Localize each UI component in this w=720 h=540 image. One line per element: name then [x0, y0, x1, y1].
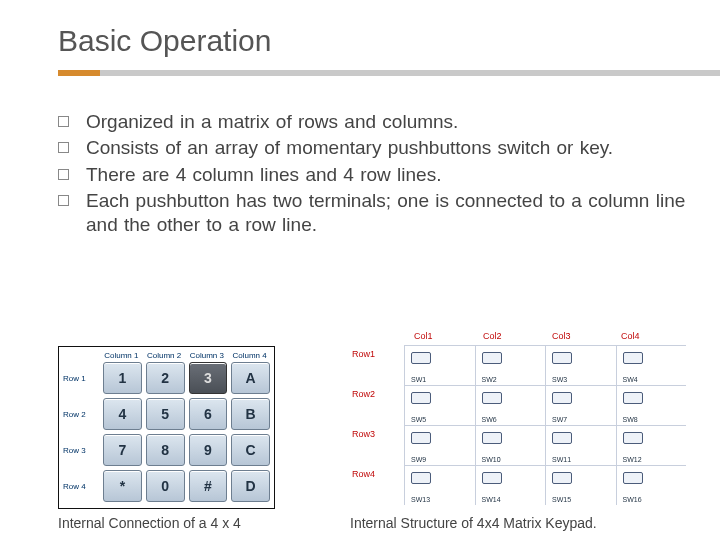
sch-col-header: Col4: [621, 331, 690, 341]
keypad-key: D: [231, 470, 270, 502]
bullet-item: Organized in a matrix of rows and column…: [58, 110, 690, 134]
keypad-key: #: [189, 470, 228, 502]
sch-row-header: Row1: [352, 349, 375, 361]
figure-caption-right: Internal Structure of 4x4 Matrix Keypad.: [350, 515, 690, 532]
switch-label: SW13: [411, 496, 430, 503]
sch-row-header: Row4: [352, 469, 375, 481]
sch-col-header: Col1: [414, 331, 483, 341]
keypad-key: 0: [146, 470, 185, 502]
switch-cell: SW6: [475, 385, 546, 425]
switch-cell: SW7: [545, 385, 616, 425]
switch-label: SW7: [552, 416, 567, 423]
switch-label: SW9: [411, 456, 426, 463]
switch-cell: SW8: [616, 385, 687, 425]
switch-cell: SW15: [545, 465, 616, 505]
row-header: Row 1: [63, 362, 99, 394]
switch-label: SW5: [411, 416, 426, 423]
switch-cell: SW9: [404, 425, 475, 465]
switch-cell: SW16: [616, 465, 687, 505]
switch-cell: SW5: [404, 385, 475, 425]
bullet-item: Each pushbutton has two terminals; one i…: [58, 189, 690, 238]
switch-cell: SW3: [545, 345, 616, 385]
switch-cell: SW1: [404, 345, 475, 385]
switch-cell: SW10: [475, 425, 546, 465]
page-title: Basic Operation: [58, 24, 720, 58]
switch-label: SW14: [482, 496, 501, 503]
switch-label: SW11: [552, 456, 571, 463]
switch-label: SW12: [623, 456, 642, 463]
sch-col-header: Col2: [483, 331, 552, 341]
sch-col-header: Col3: [552, 331, 621, 341]
col-header: Column 1: [101, 351, 142, 360]
switch-cell: SW14: [475, 465, 546, 505]
keypad-key: 3: [189, 362, 228, 394]
switch-cell: SW2: [475, 345, 546, 385]
row-header: Row 3: [63, 434, 99, 466]
col-header: Column 2: [144, 351, 185, 360]
switch-label: SW2: [482, 376, 497, 383]
sch-row-header: Row2: [352, 389, 375, 401]
keypad-key: 5: [146, 398, 185, 430]
keypad-key: B: [231, 398, 270, 430]
row-header: Row 4: [63, 470, 99, 502]
switch-label: SW16: [623, 496, 642, 503]
bullet-item: There are 4 column lines and 4 row lines…: [58, 163, 690, 187]
row-header: Row 2: [63, 398, 99, 430]
switch-label: SW10: [482, 456, 501, 463]
switch-cell: SW11: [545, 425, 616, 465]
switch-cell: SW12: [616, 425, 687, 465]
title-rule: [58, 70, 720, 76]
keypad-key: 2: [146, 362, 185, 394]
figure-schematic: Col1 Col2 Col3 Col4 Row1 Row2 Row3 Row4 …: [350, 331, 690, 509]
col-header: Column 4: [229, 351, 270, 360]
keypad-diagram: Column 1 Column 2 Column 3 Column 4 Row …: [58, 346, 275, 509]
keypad-key: C: [231, 434, 270, 466]
switch-label: SW8: [623, 416, 638, 423]
keypad-key: 1: [103, 362, 142, 394]
keypad-key: 6: [189, 398, 228, 430]
switch-label: SW15: [552, 496, 571, 503]
switch-label: SW1: [411, 376, 426, 383]
keypad-key: 4: [103, 398, 142, 430]
bullet-list: Organized in a matrix of rows and column…: [58, 110, 690, 238]
keypad-key: 9: [189, 434, 228, 466]
keypad-key: A: [231, 362, 270, 394]
keypad-key: 8: [146, 434, 185, 466]
switch-cell: SW4: [616, 345, 687, 385]
figure-keypad: Column 1 Column 2 Column 3 Column 4 Row …: [58, 346, 275, 532]
switch-label: SW3: [552, 376, 567, 383]
sch-row-header: Row3: [352, 429, 375, 441]
switch-label: SW6: [482, 416, 497, 423]
keypad-key: *: [103, 470, 142, 502]
col-header: Column 3: [187, 351, 228, 360]
switch-label: SW4: [623, 376, 638, 383]
figure-caption-left: Internal Connection of a 4 x 4: [58, 515, 275, 532]
keypad-key: 7: [103, 434, 142, 466]
switch-cell: SW13: [404, 465, 475, 505]
bullet-item: Consists of an array of momentary pushbu…: [58, 136, 690, 160]
